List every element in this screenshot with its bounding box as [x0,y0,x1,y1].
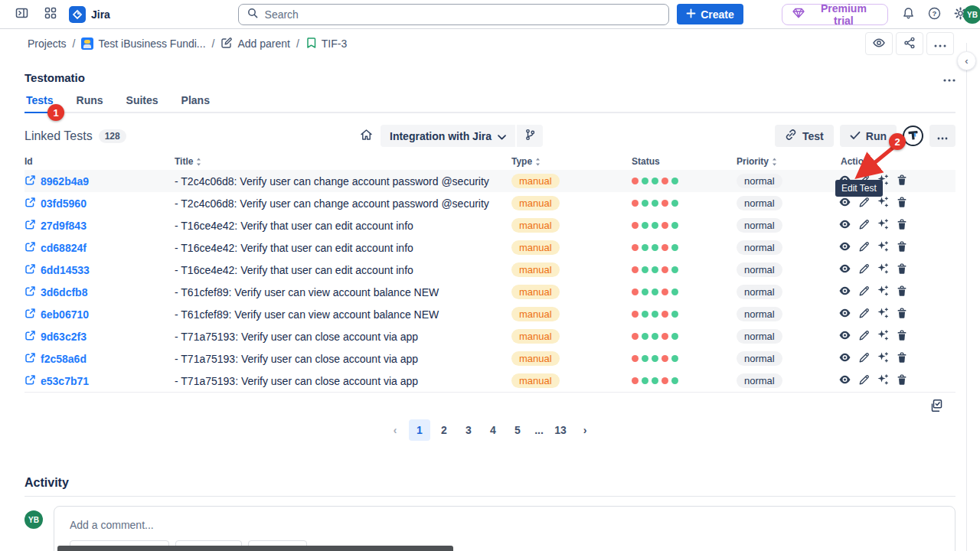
test-id-link[interactable]: f2c58a6d [24,352,175,366]
more-options-button[interactable] [929,125,956,147]
horizontal-scrollbar-thumb[interactable] [57,546,453,551]
delete-test-button[interactable] [895,352,909,366]
bulk-select-button[interactable] [928,398,943,416]
global-search[interactable] [238,4,670,25]
premium-trial-button[interactable]: Premium trial [782,4,888,25]
delete-test-button[interactable] [895,263,909,277]
page-button-4[interactable]: 4 [482,419,504,441]
ai-generate-button[interactable] [876,219,890,233]
more-actions-button[interactable] [926,32,954,55]
view-test-button[interactable] [838,352,851,366]
delete-test-button[interactable] [895,197,909,210]
page-button-3[interactable]: 3 [458,419,479,441]
panel-more-button[interactable] [943,71,956,84]
edit-test-button[interactable] [857,174,871,188]
edit-test-button[interactable] [857,197,871,210]
edit-test-button[interactable] [857,330,871,344]
test-id-link[interactable]: 27d9f843 [24,219,175,233]
delete-test-button[interactable] [895,241,909,255]
home-button[interactable] [360,129,373,143]
view-test-button[interactable] [838,308,851,321]
ai-generate-button[interactable] [876,330,890,344]
edit-test-button[interactable] [857,352,871,366]
tab-runs[interactable]: Runs [75,91,105,113]
delete-test-button[interactable] [895,285,909,299]
edit-test-button[interactable] [857,374,871,388]
branch-button[interactable] [515,125,543,147]
test-id-link[interactable]: 9d63c2f3 [24,330,175,344]
notifications-button[interactable] [897,4,919,25]
delete-test-button[interactable] [895,308,909,321]
ai-generate-button[interactable] [876,352,890,366]
column-header-type[interactable]: Type [511,156,632,167]
ai-generate-button[interactable] [876,308,890,321]
view-test-button[interactable] [838,197,851,210]
test-id-link[interactable]: e53c7b71 [24,374,175,388]
link-test-button[interactable]: Test [775,125,834,147]
view-test-button[interactable] [838,219,851,233]
test-id-link[interactable]: 3d6dcfb8 [24,285,175,299]
edit-test-button[interactable] [857,219,871,233]
prev-page-button[interactable]: ‹ [384,419,406,441]
test-id-link[interactable]: 6eb06710 [24,308,175,321]
ai-generate-button[interactable] [876,285,890,299]
test-title: - T71a75193: Verify user can close accou… [175,331,511,343]
next-page-button[interactable]: › [574,419,596,441]
delete-test-button[interactable] [895,374,909,388]
test-id-link[interactable]: 03fd5960 [24,197,175,210]
tab-plans[interactable]: Plans [180,91,211,113]
status-dot-green [671,178,678,184]
page-button-2[interactable]: 2 [433,419,455,441]
ai-generate-button[interactable] [876,263,890,277]
eye-icon [838,374,851,387]
page-button-1[interactable]: 1 [409,419,430,441]
view-test-button[interactable] [838,241,851,255]
testomatio-logo-button[interactable] [903,126,923,146]
view-test-button[interactable] [838,263,851,277]
test-id-link[interactable]: 6dd14533 [24,263,175,277]
page-button-13[interactable]: 13 [550,419,571,441]
column-header-priority[interactable]: Priority [737,156,836,167]
page-button-5[interactable]: 5 [507,419,528,441]
edit-test-button[interactable] [857,263,871,277]
app-switcher-button[interactable] [40,4,61,25]
view-test-button[interactable] [838,285,851,299]
search-input[interactable] [265,8,662,21]
breadcrumb-project[interactable]: Test iBusiness Fundi... [81,37,205,50]
ai-generate-button[interactable] [876,374,890,388]
view-test-button[interactable] [838,330,851,344]
ai-generate-button[interactable] [876,197,890,210]
watch-button[interactable] [865,32,893,55]
share-button[interactable] [896,32,923,55]
view-test-button[interactable] [838,174,851,188]
view-test-button[interactable] [838,374,851,388]
user-avatar[interactable]: YB [963,5,980,24]
edit-test-button[interactable] [857,285,871,299]
comment-input[interactable] [70,519,939,531]
create-button[interactable]: Create [677,4,743,24]
breadcrumb-issue-key[interactable]: TIF-3 [305,37,347,51]
tab-tests[interactable]: Tests [24,91,55,113]
jira-brand[interactable]: Jira [69,6,110,23]
breadcrumb-projects[interactable]: Projects [28,37,67,50]
add-parent-button[interactable]: Add parent [220,37,290,51]
column-header-title[interactable]: Title [175,156,511,167]
ai-generate-button[interactable] [876,174,890,188]
delete-test-button[interactable] [895,330,909,344]
test-title: - T61cfef89: Verify user can view accoun… [175,308,511,321]
sparkles-icon [877,373,889,388]
delete-test-button[interactable] [895,219,909,233]
sidebar-toggle-button[interactable] [11,4,32,25]
run-button[interactable]: Run [840,125,897,147]
test-id-link[interactable]: 8962b4a9 [24,174,175,188]
edit-test-button[interactable] [857,241,871,255]
edit-test-button[interactable] [857,308,871,321]
collapse-panel-button[interactable]: ‹ [957,51,976,70]
help-button[interactable]: ? [923,4,945,25]
tab-suites[interactable]: Suites [125,91,160,113]
filter-dropdown[interactable]: Integration with Jira [381,125,515,147]
comment-editor[interactable]: Status update...Thanks...Agree... [54,506,956,551]
delete-test-button[interactable] [895,174,909,188]
test-id-link[interactable]: cd68824f [24,241,175,255]
ai-generate-button[interactable] [876,241,890,255]
